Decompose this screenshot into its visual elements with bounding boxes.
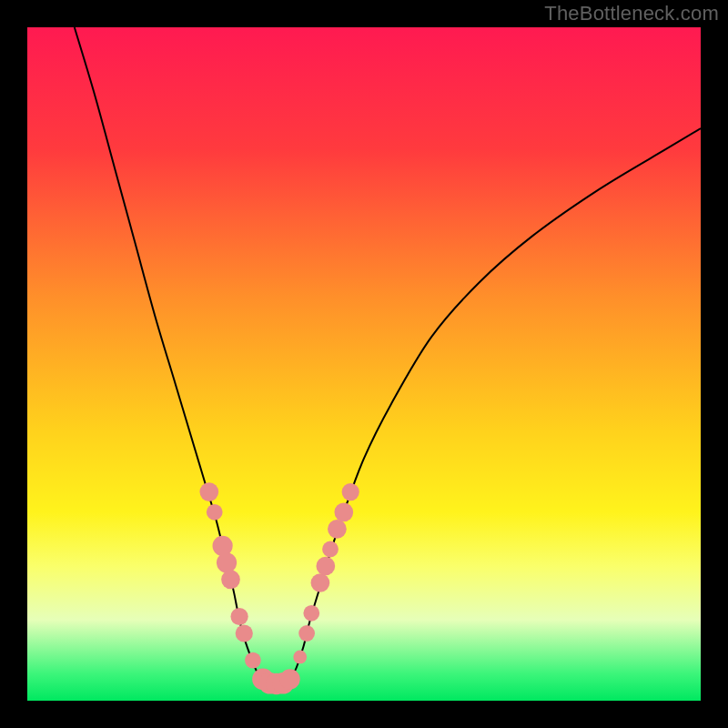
- marker-bead: [342, 483, 359, 500]
- marker-bead: [316, 557, 335, 576]
- gradient-background: [27, 27, 701, 701]
- marker-bead: [245, 652, 261, 669]
- marker-bead: [322, 541, 339, 558]
- marker-bead: [230, 608, 248, 625]
- chart-plot: [27, 27, 701, 701]
- marker-bead: [213, 536, 233, 556]
- marker-bead: [199, 482, 218, 501]
- watermark-label: TheBottleneck.com: [544, 2, 719, 25]
- marker-bead: [221, 570, 240, 589]
- marker-bead: [298, 625, 315, 642]
- marker-bead: [236, 624, 253, 642]
- chart-frame: TheBottleneck.com: [0, 0, 728, 728]
- marker-bead: [303, 605, 319, 622]
- marker-bead: [328, 520, 347, 539]
- marker-bead: [280, 669, 300, 689]
- marker-bead: [217, 552, 237, 572]
- marker-bead: [334, 502, 353, 521]
- marker-bead: [207, 504, 223, 521]
- marker-bead: [311, 573, 330, 592]
- marker-bead: [293, 651, 307, 664]
